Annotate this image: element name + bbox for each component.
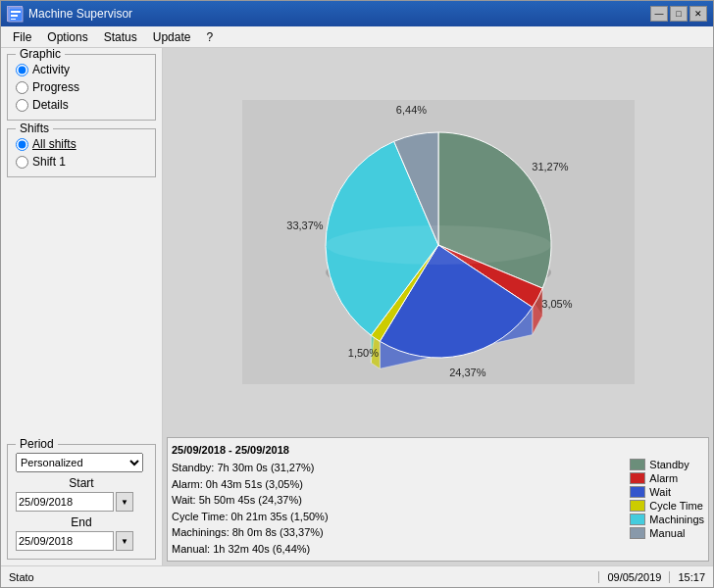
legend-label-alarm: Alarm bbox=[649, 472, 678, 484]
shifts-group: Shifts All shifts Shift 1 bbox=[7, 128, 156, 177]
radio-all-shifts-input[interactable] bbox=[16, 138, 28, 151]
legend-label-machinings: Machinings bbox=[649, 514, 704, 525]
svg-text:31,27%: 31,27% bbox=[532, 161, 569, 172]
period-dropdown[interactable]: Personalized Today This Week This Month bbox=[16, 453, 143, 472]
main-window: Machine Supervisor — □ ✕ File Options St… bbox=[0, 0, 714, 588]
stats-date-range: 25/09/2018 - 25/09/2018 bbox=[172, 442, 620, 459]
end-date-row: ▼ bbox=[16, 531, 147, 551]
title-bar: Machine Supervisor — □ ✕ bbox=[1, 1, 713, 26]
stats-machinings: Machinings: 8h 0m 8s (33,37%) bbox=[172, 524, 620, 541]
menu-file[interactable]: File bbox=[5, 28, 39, 46]
chart-container: 31,27%3,05%24,37%1,50%33,37%6,44% bbox=[167, 52, 709, 433]
legend-color-machinings bbox=[630, 514, 645, 525]
legend-machinings: Machinings bbox=[630, 514, 704, 525]
main-content: Graphic Activity Progress Details Shifts bbox=[1, 48, 713, 565]
title-text: Machine Supervisor bbox=[28, 7, 132, 21]
legend-manual: Manual bbox=[630, 527, 704, 539]
period-group: Period Personalized Today This Week This… bbox=[7, 444, 156, 560]
legend-color-alarm bbox=[630, 472, 645, 484]
end-date-input[interactable] bbox=[16, 531, 114, 551]
status-bar: Stato 09/05/2019 15:17 bbox=[1, 565, 713, 587]
legend-color-cycle-time bbox=[630, 500, 645, 512]
radio-shift1-label: Shift 1 bbox=[32, 155, 66, 169]
legend-label-standby: Standby bbox=[649, 459, 688, 470]
radio-details-label: Details bbox=[32, 98, 69, 112]
svg-text:1,50%: 1,50% bbox=[347, 347, 378, 359]
legend-alarm: Alarm bbox=[630, 472, 704, 484]
menu-help[interactable]: ? bbox=[198, 28, 221, 46]
start-label: Start bbox=[16, 476, 147, 490]
stats-wait: Wait: 5h 50m 45s (24,37%) bbox=[172, 492, 620, 509]
svg-text:3,05%: 3,05% bbox=[541, 299, 572, 311]
legend-color-standby bbox=[630, 459, 645, 470]
pie-chart: 31,27%3,05%24,37%1,50%33,37%6,44% bbox=[242, 95, 635, 389]
graphic-group-label: Graphic bbox=[16, 48, 65, 61]
menu-update[interactable]: Update bbox=[145, 28, 199, 46]
radio-details[interactable]: Details bbox=[16, 98, 147, 112]
menu-options[interactable]: Options bbox=[39, 28, 95, 46]
title-bar-left: Machine Supervisor bbox=[7, 6, 132, 22]
period-group-label: Period bbox=[16, 437, 58, 451]
legend-color-wait bbox=[630, 486, 645, 498]
app-icon bbox=[7, 6, 23, 22]
legend-items: Standby Alarm Wait Cycle Time bbox=[630, 442, 704, 558]
legend-info-row: 25/09/2018 - 25/09/2018 Standby: 7h 30m … bbox=[167, 437, 709, 563]
radio-progress-input[interactable] bbox=[16, 81, 28, 94]
stats-alarm: Alarm: 0h 43m 51s (3,05%) bbox=[172, 476, 620, 493]
svg-text:33,37%: 33,37% bbox=[286, 220, 324, 231]
stats-text: 25/09/2018 - 25/09/2018 Standby: 7h 30m … bbox=[172, 442, 620, 558]
radio-progress[interactable]: Progress bbox=[16, 80, 147, 94]
close-button[interactable]: ✕ bbox=[689, 6, 707, 22]
legend-wait: Wait bbox=[630, 486, 704, 498]
svg-rect-1 bbox=[11, 11, 21, 13]
status-stato: Stato bbox=[1, 571, 599, 583]
stats-standby: Standby: 7h 30m 0s (31,27%) bbox=[172, 460, 620, 476]
maximize-button[interactable]: □ bbox=[670, 6, 688, 22]
start-date-input[interactable] bbox=[16, 492, 114, 512]
start-date-picker-button[interactable]: ▼ bbox=[116, 492, 133, 512]
radio-shift1-input[interactable] bbox=[16, 156, 28, 169]
svg-rect-2 bbox=[11, 15, 18, 17]
radio-shift1[interactable]: Shift 1 bbox=[16, 155, 147, 169]
svg-text:6,44%: 6,44% bbox=[395, 104, 426, 116]
end-label: End bbox=[16, 515, 147, 529]
minimize-button[interactable]: — bbox=[650, 6, 668, 22]
sidebar: Graphic Activity Progress Details Shifts bbox=[1, 48, 163, 565]
menu-bar: File Options Status Update ? bbox=[1, 26, 713, 48]
svg-point-6 bbox=[326, 225, 551, 265]
radio-details-input[interactable] bbox=[16, 99, 28, 112]
legend-label-manual: Manual bbox=[649, 527, 685, 539]
chart-area: 31,27%3,05%24,37%1,50%33,37%6,44% 25/09/… bbox=[163, 48, 713, 565]
svg-rect-3 bbox=[11, 19, 16, 20]
legend-color-manual bbox=[630, 527, 645, 539]
legend-label-wait: Wait bbox=[649, 486, 671, 498]
svg-text:24,37%: 24,37% bbox=[449, 367, 486, 378]
radio-all-shifts[interactable]: All shifts bbox=[16, 137, 147, 151]
radio-activity[interactable]: Activity bbox=[16, 63, 147, 76]
shifts-group-label: Shifts bbox=[16, 122, 53, 135]
radio-all-shifts-label: All shifts bbox=[32, 137, 76, 151]
sidebar-spacer bbox=[7, 185, 156, 436]
legend-standby: Standby bbox=[630, 459, 704, 470]
status-date: 09/05/2019 bbox=[599, 571, 670, 583]
graphic-group: Graphic Activity Progress Details bbox=[7, 54, 156, 121]
stats-cycle-time: Cycle Time: 0h 21m 35s (1,50%) bbox=[172, 509, 620, 525]
radio-activity-input[interactable] bbox=[16, 64, 28, 76]
legend-cycle-time: Cycle Time bbox=[630, 500, 704, 512]
legend-label-cycle-time: Cycle Time bbox=[649, 500, 702, 512]
status-time: 15:17 bbox=[670, 571, 713, 583]
menu-status[interactable]: Status bbox=[96, 28, 145, 46]
title-buttons: — □ ✕ bbox=[650, 6, 707, 22]
end-date-picker-button[interactable]: ▼ bbox=[116, 531, 133, 551]
start-date-row: ▼ bbox=[16, 492, 147, 512]
radio-progress-label: Progress bbox=[32, 80, 79, 94]
radio-activity-label: Activity bbox=[32, 63, 70, 76]
stats-manual: Manual: 1h 32m 40s (6,44%) bbox=[172, 541, 620, 558]
